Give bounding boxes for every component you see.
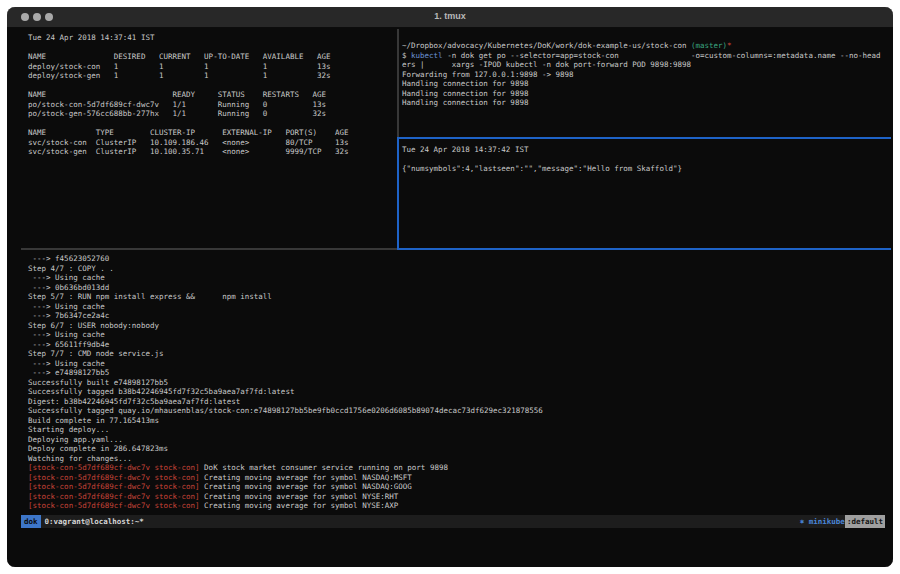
pane-skaffold-status[interactable]: Tue 24 Apr 2018 14:37:42 IST {"numsymbol… — [402, 145, 682, 174]
active-pane-border-bottom — [397, 248, 891, 250]
build-log-output: ---> f45623052760 Step 4/7 : COPY . . --… — [28, 254, 543, 463]
tmux-window-list-item[interactable]: 0:vagrant@localhost:~* — [41, 515, 144, 528]
desktop-background: 1. tmux Tue 24 Apr 2018 14:37:41 IST NAM… — [0, 0, 900, 574]
terminal-window: 1. tmux Tue 24 Apr 2018 14:37:41 IST NAM… — [7, 7, 893, 567]
pane-build-log[interactable]: ---> f45623052760 Step 4/7 : COPY . . --… — [28, 254, 543, 511]
kubernetes-helm-icon: ⎈ — [800, 517, 809, 526]
kubernetes-context-indicator: ⎈ minikube — [800, 515, 845, 528]
active-pane-border-left — [397, 137, 399, 250]
pod-log-message: Creating moving average for symbol NYSE:… — [200, 492, 399, 501]
pod-log-prefix: [stock-con-5d7df689cf-dwc7v stock-con] — [28, 482, 200, 491]
pane-divider-vertical[interactable] — [397, 29, 399, 139]
pod-log-line: [stock-con-5d7df689cf-dwc7v stock-con] C… — [28, 482, 543, 492]
pane-divider-horizontal[interactable] — [21, 248, 397, 250]
git-dirty-marker: * — [727, 41, 732, 50]
pod-log-line: [stock-con-5d7df689cf-dwc7v stock-con] C… — [28, 492, 543, 502]
active-pane-border-top — [397, 137, 891, 139]
cwd-path: ~/Dropbox/advocacy/Kubernetes/DoK/work/d… — [402, 41, 691, 50]
tmux-status-bar: dok 0:vagrant@localhost:~* ⎈ minikube :d… — [21, 515, 885, 528]
kubernetes-namespace: :default — [845, 515, 885, 528]
command-name: kubectl — [411, 51, 443, 60]
pod-log-prefix: [stock-con-5d7df689cf-dwc7v stock-con] — [28, 501, 200, 510]
kubernetes-context-name: minikube — [809, 517, 845, 526]
shell-prompt-line: ~/Dropbox/advocacy/Kubernetes/DoK/work/d… — [402, 41, 881, 51]
prompt-symbol: $ — [402, 51, 411, 60]
pane-port-forward[interactable]: ~/Dropbox/advocacy/Kubernetes/DoK/work/d… — [402, 41, 881, 108]
pod-log-message: DoK stock market consumer service runnin… — [200, 463, 448, 472]
pod-log-line: [stock-con-5d7df689cf-dwc7v stock-con] C… — [28, 501, 543, 511]
git-branch-label: (master) — [691, 41, 727, 50]
shell-command-line: $ kubectl -n dok get po --selector=app=s… — [402, 51, 881, 61]
command-arguments: -n dok get po --selector=app=stock-con -… — [443, 51, 881, 60]
pod-log-message: Creating moving average for symbol NASDA… — [200, 473, 412, 482]
pane-kubectl-watch[interactable]: Tue 24 Apr 2018 14:37:41 IST NAME DESIRE… — [28, 33, 349, 157]
tmux-session-name[interactable]: dok — [21, 515, 41, 528]
pod-log-prefix: [stock-con-5d7df689cf-dwc7v stock-con] — [28, 473, 200, 482]
pod-log-prefix: [stock-con-5d7df689cf-dwc7v stock-con] — [28, 463, 200, 472]
pod-log-line: [stock-con-5d7df689cf-dwc7v stock-con] D… — [28, 463, 543, 473]
window-titlebar[interactable]: 1. tmux — [7, 7, 893, 28]
port-forward-output: ers | xargs -IPOD kubectl -n dok port-fo… — [402, 60, 881, 108]
pod-log-message: Creating moving average for symbol NASDA… — [200, 482, 412, 491]
pod-log-prefix: [stock-con-5d7df689cf-dwc7v stock-con] — [28, 492, 200, 501]
pod-log-message: Creating moving average for symbol NYSE:… — [200, 501, 399, 510]
window-title: 1. tmux — [7, 11, 893, 21]
terminal-content: Tue 24 Apr 2018 14:37:41 IST NAME DESIRE… — [7, 28, 893, 567]
pod-log-line: [stock-con-5d7df689cf-dwc7v stock-con] C… — [28, 473, 543, 483]
